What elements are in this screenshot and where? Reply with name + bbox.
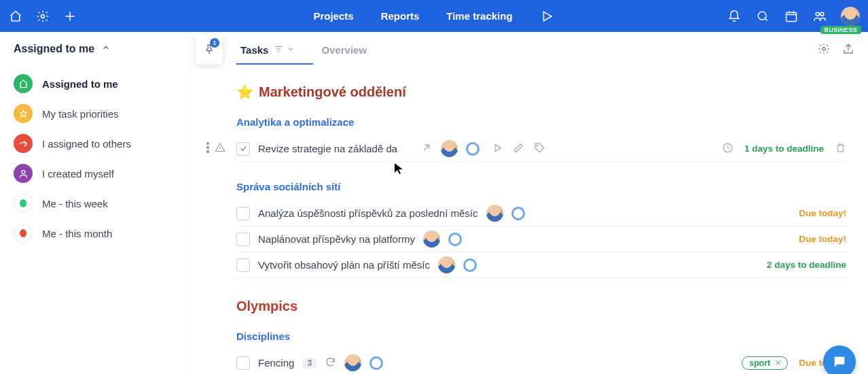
svg-point-9 bbox=[207, 151, 209, 153]
svg-rect-2 bbox=[786, 12, 797, 21]
svg-point-3 bbox=[816, 12, 819, 16]
warning-icon[interactable] bbox=[215, 142, 225, 155]
task-row[interactable]: Analýza úspěšnosti příspěvků za poslední… bbox=[236, 201, 848, 226]
section-social[interactable]: Správa sociálních sítí bbox=[236, 181, 848, 192]
pin-button[interactable]: 1 bbox=[196, 35, 223, 65]
svg-point-7 bbox=[207, 143, 209, 145]
topbar: Projects Reports Time tracking BUSINESS bbox=[0, 0, 868, 32]
avatar[interactable] bbox=[344, 354, 361, 371]
tab-label: Tasks bbox=[240, 44, 268, 56]
sidebar-item-label: I created myself bbox=[42, 168, 114, 180]
close-icon[interactable] bbox=[774, 359, 782, 367]
pin-badge: 1 bbox=[210, 38, 219, 48]
task-title: Naplánovat příspěvky na platformy bbox=[258, 233, 415, 245]
status-ring-icon[interactable] bbox=[369, 356, 383, 370]
project-title: Olympics bbox=[236, 299, 297, 314]
task-row[interactable]: Vytvořit obsahový plán na příští měsíc 2… bbox=[236, 252, 848, 278]
task-checkbox[interactable] bbox=[236, 142, 250, 156]
star-icon bbox=[14, 104, 33, 123]
edit-icon[interactable] bbox=[513, 142, 524, 156]
svg-point-8 bbox=[207, 147, 209, 149]
task-checkbox[interactable] bbox=[236, 258, 250, 272]
recurring-icon[interactable] bbox=[325, 356, 336, 370]
trash-icon[interactable] bbox=[835, 142, 846, 156]
svg-point-0 bbox=[41, 14, 45, 18]
people-icon[interactable] bbox=[812, 9, 827, 24]
section-analytics[interactable]: Analytika a optimalizace bbox=[236, 116, 848, 128]
project-title: Marketingové oddělení bbox=[259, 84, 406, 100]
gear-icon[interactable] bbox=[35, 9, 50, 24]
sidebar-item-label: I assigned to others bbox=[42, 138, 131, 150]
task-row[interactable]: Fencing 3 sport Due today! bbox=[236, 350, 848, 374]
calendar-icon[interactable] bbox=[784, 9, 799, 24]
filter-icon[interactable] bbox=[274, 44, 283, 56]
sidebar-item-i-assigned-to-others[interactable]: I assigned to others bbox=[14, 134, 179, 153]
task-checkbox[interactable] bbox=[236, 356, 250, 370]
drag-handle-icon[interactable] bbox=[206, 142, 209, 155]
share-icon bbox=[14, 134, 33, 153]
tag-sport[interactable]: sport bbox=[742, 356, 788, 370]
task-due: 1 days to deadline bbox=[744, 143, 824, 154]
status-ring-icon[interactable] bbox=[463, 258, 477, 272]
avatar[interactable] bbox=[486, 205, 503, 222]
status-ring-icon[interactable] bbox=[466, 142, 480, 156]
task-title: Analýza úspěšnosti příspěvků za poslední… bbox=[258, 207, 478, 219]
share-icon[interactable] bbox=[842, 43, 854, 57]
content: ⭐ Marketingové oddělení Analytika a opti… bbox=[190, 67, 868, 374]
sidebar-item-my-task-priorities[interactable]: My task priorities bbox=[14, 104, 179, 123]
plus-icon[interactable] bbox=[62, 9, 77, 24]
svg-point-5 bbox=[22, 170, 25, 173]
status-ring-icon[interactable] bbox=[448, 233, 462, 246]
sidebar: Assigned to me Assigned to me My task pr… bbox=[0, 32, 190, 374]
sidebar-item-me-this-week[interactable]: Me - this week bbox=[14, 194, 179, 213]
user-icon bbox=[14, 164, 33, 183]
tag-icon[interactable] bbox=[534, 142, 545, 156]
sidebar-item-i-created-myself[interactable]: I created myself bbox=[14, 164, 179, 183]
status-ring-icon[interactable] bbox=[511, 207, 525, 220]
play-icon[interactable] bbox=[540, 9, 555, 24]
sidebar-item-label: Assigned to me bbox=[42, 78, 118, 90]
home-icon[interactable] bbox=[8, 9, 23, 24]
star-icon: ⭐ bbox=[236, 84, 253, 100]
subtask-count: 3 bbox=[302, 358, 317, 369]
avatar[interactable] bbox=[841, 7, 860, 26]
open-link-icon[interactable] bbox=[420, 141, 433, 156]
chevron-down-icon[interactable] bbox=[286, 44, 295, 56]
task-row[interactable]: Revize strategie na základě da 1 days to… bbox=[236, 136, 848, 162]
avatar[interactable] bbox=[423, 231, 440, 248]
nav-reports[interactable]: Reports bbox=[381, 10, 420, 22]
gear-icon[interactable] bbox=[818, 43, 830, 57]
section-disciplines[interactable]: Disciplines bbox=[236, 330, 848, 342]
clock-icon[interactable] bbox=[722, 142, 734, 156]
task-title: Vytvořit obsahový plán na příští měsíc bbox=[258, 259, 430, 271]
tab-overview[interactable]: Overview bbox=[317, 32, 371, 67]
chat-fab[interactable] bbox=[823, 345, 856, 374]
nav-projects[interactable]: Projects bbox=[313, 10, 353, 22]
dot-icon bbox=[14, 224, 33, 243]
search-icon[interactable] bbox=[755, 9, 770, 24]
sidebar-item-assigned-to-me[interactable]: Assigned to me bbox=[14, 74, 179, 93]
task-checkbox[interactable] bbox=[236, 207, 250, 220]
task-due: Due today! bbox=[799, 234, 846, 244]
project-header-olympics[interactable]: Olympics bbox=[236, 299, 848, 314]
tag-label: sport bbox=[749, 358, 770, 368]
task-title: Revize strategie na základě da bbox=[258, 143, 412, 154]
task-row[interactable]: Naplánovat příspěvky na platformy Due to… bbox=[236, 226, 848, 252]
sidebar-item-label: My task priorities bbox=[42, 108, 119, 120]
main: 1 Tasks Overview ⭐ Marketingové odd bbox=[190, 32, 868, 374]
avatar[interactable] bbox=[441, 140, 458, 157]
avatar[interactable] bbox=[438, 256, 455, 273]
play-icon[interactable] bbox=[492, 142, 503, 156]
task-due: Due today! bbox=[799, 208, 846, 218]
task-checkbox[interactable] bbox=[236, 233, 250, 246]
tab-tasks[interactable]: Tasks bbox=[236, 32, 300, 67]
bell-icon[interactable] bbox=[727, 9, 742, 24]
project-header-marketing[interactable]: ⭐ Marketingové oddělení bbox=[236, 84, 848, 100]
chevron-up-icon bbox=[101, 43, 111, 55]
nav-time-tracking[interactable]: Time tracking bbox=[446, 10, 512, 22]
task-due: 2 days to deadline bbox=[767, 260, 846, 270]
sidebar-header[interactable]: Assigned to me bbox=[14, 43, 179, 55]
tabsbar: 1 Tasks Overview bbox=[190, 32, 868, 67]
svg-point-4 bbox=[820, 12, 824, 16]
sidebar-item-me-this-month[interactable]: Me - this month bbox=[14, 224, 179, 243]
